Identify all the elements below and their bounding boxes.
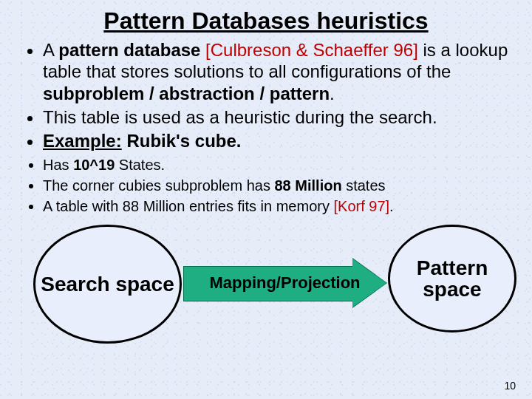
text-fragment: states (342, 177, 386, 194)
arrow-mapping: Mapping/Projection (183, 260, 386, 306)
citation: [Culbreson & Schaeffer 96] (205, 40, 418, 60)
diagram: Search space Mapping/Projection Pattern … (0, 217, 532, 358)
example-label: Example: (43, 131, 122, 151)
bullet-3: Example: Rubik's cube. (43, 130, 510, 151)
text-bold: 88 Million (275, 177, 342, 194)
ellipse-label: Search space (41, 273, 174, 295)
ellipse-search-space: Search space (33, 225, 182, 344)
text-fragment: A (43, 40, 58, 60)
citation: [Korf 97] (334, 198, 390, 214)
bullet-1: A pattern database [Culbreson & Schaeffe… (43, 39, 510, 104)
arrow-label: Mapping/Projection (183, 260, 386, 306)
text-fragment: Has (43, 157, 73, 173)
text-bold: 10^19 (73, 157, 115, 173)
slide-title: Pattern Databases heuristics (0, 0, 532, 39)
sub-bullet-3: A table with 88 Million entries fits in … (43, 197, 510, 216)
text-bold: pattern database (58, 40, 200, 60)
ellipse-pattern-space: Pattern space (388, 225, 516, 332)
text-fragment: States. (115, 157, 165, 173)
bullet-2: This table is used as a heuristic during… (43, 106, 510, 128)
example-text: Rubik's cube. (122, 131, 242, 151)
ellipse-label: Pattern space (390, 257, 514, 301)
page-number: 10 (504, 380, 516, 392)
sub-bullet-2: The corner cubies subproblem has 88 Mill… (43, 177, 510, 196)
text-fragment: The corner cubies subproblem has (43, 177, 275, 194)
text-bold: subproblem / abstraction / pattern (43, 83, 330, 103)
text-fragment: A table with 88 Million entries fits in … (43, 198, 334, 214)
text-fragment: . (330, 83, 335, 103)
text-fragment: . (389, 198, 394, 214)
sub-bullet-1: Has 10^19 States. (43, 156, 510, 175)
sub-bullets: Has 10^19 States. The corner cubies subp… (22, 156, 510, 216)
main-bullets: A pattern database [Culbreson & Schaeffe… (22, 39, 510, 151)
